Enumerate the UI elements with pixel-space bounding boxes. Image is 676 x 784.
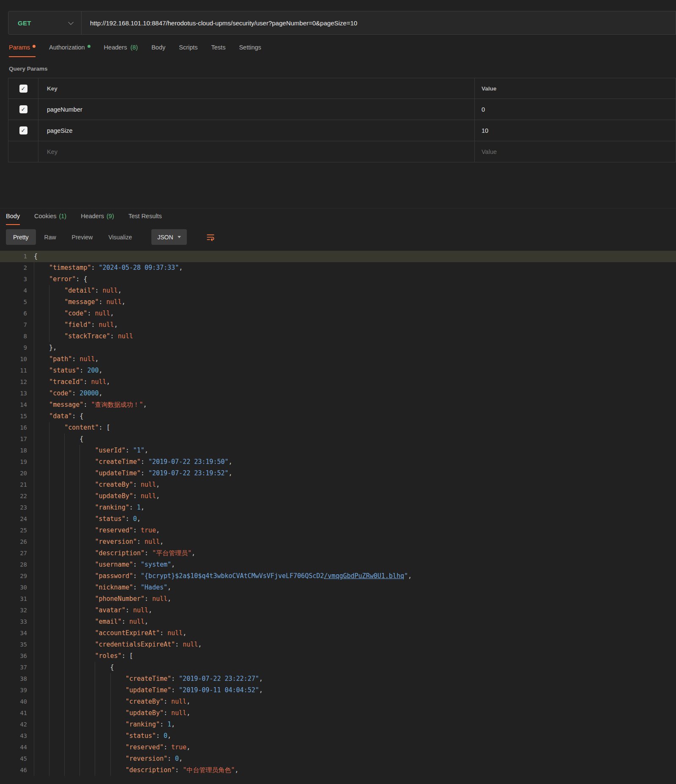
request-tab-settings[interactable]: Settings: [239, 40, 261, 57]
token: 200: [87, 367, 99, 374]
line-number: 4: [0, 285, 34, 296]
method-selector[interactable]: GET: [8, 11, 81, 34]
line-content: "username": "system",: [34, 559, 676, 570]
token: "roles": [95, 652, 121, 660]
url-input[interactable]: http://192.168.101.10:8847/herodotus-clo…: [82, 19, 676, 27]
line-number: 8: [0, 331, 34, 342]
request-tab-body[interactable]: Body: [151, 40, 165, 57]
code-line: 28"username": "system",: [0, 559, 676, 570]
request-tab-headers[interactable]: Headers(8): [104, 40, 138, 57]
token: :: [72, 389, 79, 397]
line-content: "ranking": 1,: [34, 719, 676, 730]
token: "userId": [95, 447, 125, 454]
token: ,: [235, 766, 238, 774]
token: null: [152, 595, 167, 603]
response-body-code[interactable]: 1{2"timestamp": "2024-05-28 09:37:33",3"…: [0, 251, 676, 776]
indent-guide: [64, 639, 79, 650]
token: :: [72, 355, 79, 363]
param-checkbox[interactable]: ✓: [19, 105, 27, 113]
indent-guide: [34, 605, 49, 616]
indent-guide: [49, 696, 64, 707]
indent-guide: [34, 376, 49, 388]
token: "updateTime": [95, 469, 140, 477]
select-all-checkbox[interactable]: ✓: [19, 85, 27, 93]
indent-guide: [34, 559, 49, 570]
view-mode-pretty[interactable]: Pretty: [6, 229, 36, 245]
request-tab-scripts[interactable]: Scripts: [179, 40, 197, 57]
param-checkbox-cell: ✓: [8, 120, 38, 141]
response-tab-body[interactable]: Body: [6, 208, 20, 225]
view-mode-raw[interactable]: Raw: [37, 229, 63, 245]
new-param-value-input[interactable]: Value: [475, 141, 676, 162]
code-line: 42"ranking": 1,: [0, 719, 676, 730]
token: ,: [143, 401, 147, 408]
response-tab-headers[interactable]: Headers (9): [81, 208, 114, 225]
chevron-down-icon: [178, 236, 181, 238]
indent-guide: [34, 399, 49, 411]
param-value-field[interactable]: 0: [475, 99, 676, 120]
format-dropdown[interactable]: JSON: [151, 229, 186, 245]
token: :: [137, 538, 145, 546]
param-checkbox[interactable]: ✓: [19, 126, 27, 134]
token: ,: [259, 675, 263, 683]
line-number: 26: [0, 536, 34, 548]
token: :: [133, 492, 141, 500]
line-number: 33: [0, 616, 34, 628]
indent-guide: [64, 570, 79, 582]
indent-guide: [95, 673, 110, 685]
token: {: [110, 663, 114, 671]
indent-guide: [34, 639, 49, 650]
request-tab-tests[interactable]: Tests: [211, 40, 226, 57]
line-content: "updateBy": null,: [34, 491, 676, 502]
token: "createTime": [126, 675, 171, 683]
token: :: [110, 332, 118, 340]
indent-guide: [49, 331, 64, 342]
response-tab-cookies[interactable]: Cookies (1): [34, 208, 66, 225]
param-value-field[interactable]: 10: [475, 120, 676, 141]
indent-guide: [49, 753, 64, 765]
indent-guide: [79, 468, 95, 479]
response-tab-test-results[interactable]: Test Results: [129, 208, 162, 225]
param-key-field[interactable]: pageNumber: [38, 99, 475, 120]
token: "nickname": [95, 584, 133, 591]
indent-guide: [34, 445, 49, 456]
line-content: {: [34, 433, 676, 445]
tab-dot-indicator: [88, 45, 90, 48]
indent-guide: [79, 491, 95, 502]
indent-guide: [49, 285, 64, 296]
token: },: [49, 344, 57, 351]
indent-guide: [49, 296, 64, 308]
line-content: "createBy": null,: [34, 479, 676, 491]
indent-guide: [64, 696, 79, 707]
request-tabs: ParamsAuthorizationHeaders(8)BodyScripts…: [9, 40, 676, 57]
line-content: "createBy": null,: [34, 696, 676, 707]
indent-guide: [34, 262, 49, 274]
line-content: "message": null,: [34, 296, 676, 308]
indent-guide: [64, 525, 79, 536]
token: "content": [64, 424, 99, 431]
line-content: "roles": [: [34, 650, 676, 662]
token: null: [91, 378, 106, 386]
token: ,: [114, 321, 118, 329]
indent-guide: [79, 525, 95, 536]
param-key-field[interactable]: pageSize: [38, 120, 475, 141]
indent-guide: [49, 513, 64, 525]
token: null: [183, 641, 198, 648]
view-mode-preview[interactable]: Preview: [65, 229, 100, 245]
view-mode-visualize[interactable]: Visualize: [101, 229, 139, 245]
tab-label: Tests: [211, 44, 226, 51]
indent-guide: [49, 491, 64, 502]
line-number: 20: [0, 468, 34, 479]
code-line: 15"data": {: [0, 411, 676, 422]
code-line: 46"description": "中台管理员角色",: [0, 765, 676, 776]
code-line: 40"createBy": null,: [0, 696, 676, 707]
new-param-key-input[interactable]: Key: [38, 141, 475, 162]
token: "accountExpireAt": [95, 629, 160, 637]
indent-guide: [64, 742, 79, 753]
request-tab-params[interactable]: Params: [9, 40, 36, 57]
token: :: [79, 367, 87, 374]
code-line: 20"updateTime": "2019-07-22 23:19:52",: [0, 468, 676, 479]
line-content: "nickname": "Hades",: [34, 582, 676, 593]
wrap-text-button[interactable]: [206, 233, 215, 241]
request-tab-authorization[interactable]: Authorization: [49, 40, 90, 57]
